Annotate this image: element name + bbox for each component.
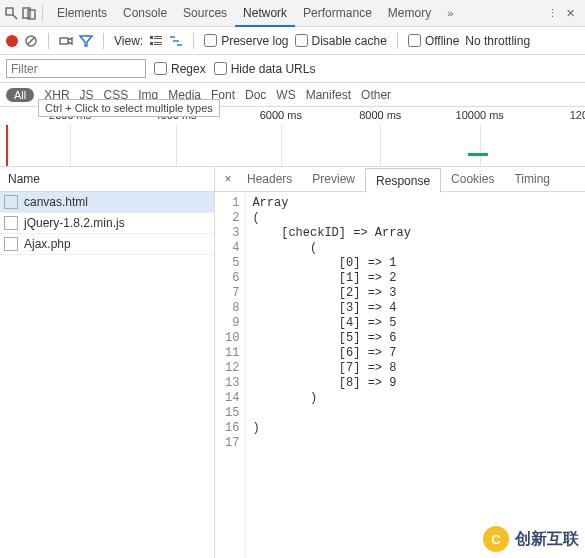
- file-icon: [4, 195, 18, 209]
- clear-icon[interactable]: [24, 34, 38, 48]
- regex-checkbox[interactable]: Regex: [154, 62, 206, 76]
- disable-cache-checkbox[interactable]: Disable cache: [295, 34, 387, 48]
- file-icon: [4, 216, 18, 230]
- tab-timing[interactable]: Timing: [504, 167, 560, 192]
- camera-icon[interactable]: [59, 34, 73, 48]
- record-icon[interactable]: [6, 35, 18, 47]
- detail-tabs: × Headers Preview Response Cookies Timin…: [215, 167, 585, 192]
- request-row[interactable]: Ajax.php: [0, 234, 214, 255]
- response-body[interactable]: 1234567891011121314151617 Array( [checkI…: [215, 192, 585, 558]
- file-name: jQuery-1.8.2.min.js: [24, 216, 125, 230]
- close-devtools-icon[interactable]: ✕: [566, 7, 575, 20]
- line-number: 15: [225, 406, 239, 421]
- preserve-log-checkbox[interactable]: Preserve log: [204, 34, 288, 48]
- type-other[interactable]: Other: [361, 88, 391, 102]
- code-line: [1] => 2: [252, 271, 410, 286]
- line-number: 17: [225, 436, 239, 451]
- offline-checkbox[interactable]: Offline: [408, 34, 459, 48]
- line-number: 5: [225, 256, 239, 271]
- watermark-text: 创新互联: [515, 529, 579, 550]
- hide-data-urls-checkbox[interactable]: Hide data URLs: [214, 62, 316, 76]
- tabs-overflow-icon[interactable]: »: [439, 0, 461, 27]
- tab-preview[interactable]: Preview: [302, 167, 365, 192]
- line-number: 9: [225, 316, 239, 331]
- code-line: [252, 406, 410, 421]
- line-number: 14: [225, 391, 239, 406]
- type-ws[interactable]: WS: [276, 88, 295, 102]
- resource-type-filter: All XHR JS CSS Img Media Font Doc WS Man…: [0, 83, 585, 107]
- inspect-icon[interactable]: [4, 6, 18, 20]
- request-row[interactable]: canvas.html: [0, 192, 214, 213]
- code-line: [3] => 4: [252, 301, 410, 316]
- svg-rect-9: [154, 42, 162, 43]
- throttling-select[interactable]: No throttling: [465, 34, 530, 48]
- code-line: [7] => 8: [252, 361, 410, 376]
- line-number: 2: [225, 211, 239, 226]
- line-number: 4: [225, 241, 239, 256]
- code-line: [5] => 6: [252, 331, 410, 346]
- file-icon: [4, 237, 18, 251]
- type-all[interactable]: All: [6, 88, 34, 102]
- device-toggle-icon[interactable]: [22, 6, 36, 20]
- type-doc[interactable]: Doc: [245, 88, 266, 102]
- view-label: View:: [114, 34, 143, 48]
- svg-rect-10: [154, 44, 162, 45]
- timeline-start-marker: [6, 125, 8, 166]
- tab-sources[interactable]: Sources: [175, 0, 235, 27]
- code-line: (: [252, 211, 410, 226]
- tab-console[interactable]: Console: [115, 0, 175, 27]
- code-line: [4] => 5: [252, 316, 410, 331]
- tab-memory[interactable]: Memory: [380, 0, 439, 27]
- tab-elements[interactable]: Elements: [49, 0, 115, 27]
- tab-response[interactable]: Response: [365, 168, 441, 193]
- line-number: 13: [225, 376, 239, 391]
- svg-rect-8: [150, 42, 153, 45]
- line-number: 7: [225, 286, 239, 301]
- file-name: Ajax.php: [24, 237, 71, 251]
- close-detail-icon[interactable]: ×: [219, 172, 237, 186]
- waterfall-icon[interactable]: [169, 34, 183, 48]
- tab-headers[interactable]: Headers: [237, 167, 302, 192]
- main-split: Name canvas.htmljQuery-1.8.2.min.jsAjax.…: [0, 167, 585, 558]
- tab-performance[interactable]: Performance: [295, 0, 380, 27]
- code-line: ): [252, 421, 410, 436]
- detail-panel: × Headers Preview Response Cookies Timin…: [215, 167, 585, 558]
- svg-rect-4: [60, 38, 68, 44]
- filter-input[interactable]: [6, 59, 146, 78]
- kebab-menu-icon[interactable]: ⋮: [547, 7, 558, 20]
- filter-bar: Regex Hide data URLs: [0, 55, 585, 83]
- line-number: 6: [225, 271, 239, 286]
- code-line: Array: [252, 196, 410, 211]
- devtools-tabbar: Elements Console Sources Network Perform…: [0, 0, 585, 27]
- line-number: 11: [225, 346, 239, 361]
- timeline-tick: 8000 ms: [359, 109, 401, 121]
- timeline-request-bar: [468, 153, 488, 156]
- line-number: 16: [225, 421, 239, 436]
- line-number: 3: [225, 226, 239, 241]
- request-row[interactable]: jQuery-1.8.2.min.js: [0, 213, 214, 234]
- filter-icon[interactable]: [79, 34, 93, 48]
- timeline-tick: 10000 ms: [456, 109, 504, 121]
- file-name: canvas.html: [24, 195, 88, 209]
- request-list-panel: Name canvas.htmljQuery-1.8.2.min.jsAjax.…: [0, 167, 215, 558]
- tab-network[interactable]: Network: [235, 0, 295, 27]
- code-line: [8] => 9: [252, 376, 410, 391]
- code-line: [0] => 1: [252, 256, 410, 271]
- tab-cookies[interactable]: Cookies: [441, 167, 504, 192]
- line-number: 1: [225, 196, 239, 211]
- large-rows-icon[interactable]: [149, 34, 163, 48]
- svg-rect-7: [154, 38, 162, 39]
- code-line: [2] => 3: [252, 286, 410, 301]
- column-header-name[interactable]: Name: [0, 167, 214, 192]
- type-manifest[interactable]: Manifest: [306, 88, 351, 102]
- line-number: 12: [225, 361, 239, 376]
- svg-rect-5: [150, 36, 153, 39]
- code-line: [6] => 7: [252, 346, 410, 361]
- code-line: [checkID] => Array: [252, 226, 410, 241]
- watermark-badge-icon: C: [483, 526, 509, 552]
- svg-rect-0: [6, 8, 13, 15]
- code-line: ): [252, 391, 410, 406]
- watermark: C 创新互联: [483, 526, 579, 552]
- timeline-tick: 12000: [570, 109, 585, 121]
- code-line: [252, 436, 410, 451]
